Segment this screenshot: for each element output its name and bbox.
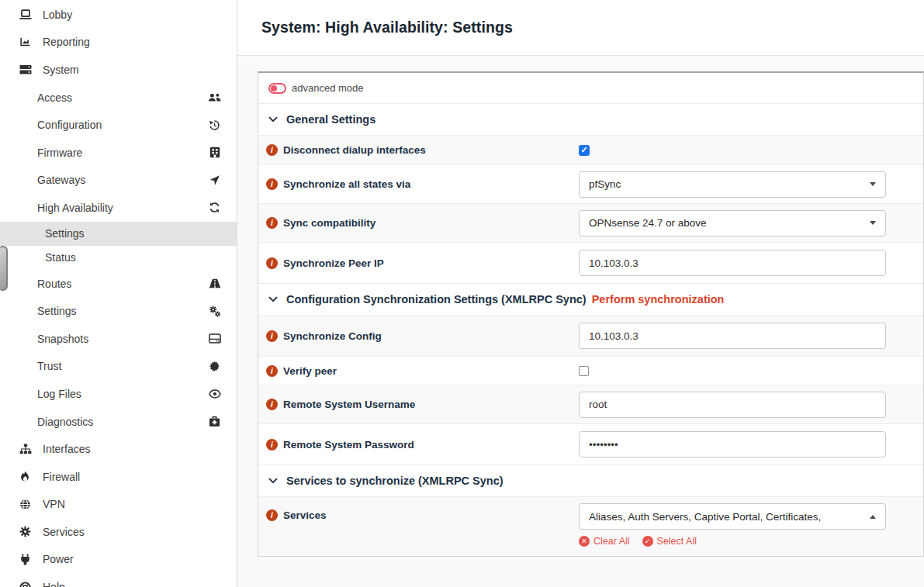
- field-row-disconnect-dialup: i Disconnect dialup interfaces ✓: [258, 136, 923, 165]
- location-arrow-icon: [208, 174, 221, 186]
- page-title: System: High Availability: Settings: [261, 19, 513, 36]
- info-icon[interactable]: i: [266, 330, 278, 342]
- info-icon[interactable]: i: [266, 144, 278, 156]
- info-icon[interactable]: i: [266, 178, 278, 190]
- sidebar-item-label: Interfaces: [43, 443, 90, 455]
- sidebar-item-firewall[interactable]: Firewall: [0, 463, 237, 491]
- sidebar-item-label: Lobby: [43, 9, 72, 21]
- info-icon[interactable]: i: [266, 439, 278, 451]
- cogs-icon: [208, 306, 221, 317]
- info-icon[interactable]: i: [266, 509, 278, 521]
- cog-icon: [19, 526, 32, 537]
- info-icon[interactable]: i: [266, 365, 278, 377]
- sidebar-item-label: Firewall: [43, 471, 80, 483]
- select-all-label: Select All: [657, 536, 697, 547]
- sidebar-item-routes[interactable]: Routes: [0, 270, 237, 298]
- sync-states-select[interactable]: pfSync: [579, 171, 886, 198]
- sidebar-item-system[interactable]: System: [0, 56, 237, 84]
- disconnect-dialup-checkbox[interactable]: ✓: [579, 145, 590, 156]
- sidebar-item-label: Routes: [37, 278, 208, 290]
- remote-username-input[interactable]: [579, 392, 886, 418]
- plug-icon: [19, 554, 32, 565]
- sidebar-item-gateways[interactable]: Gateways: [0, 167, 237, 195]
- sidebar-item-configuration[interactable]: Configuration: [0, 111, 237, 139]
- refresh-icon: [208, 202, 221, 213]
- caret-up-icon: [870, 515, 876, 519]
- users-icon: [208, 92, 221, 102]
- sidebar-item-trust[interactable]: Trust: [0, 353, 237, 381]
- sync-config-input[interactable]: [579, 323, 886, 349]
- page-header: System: High Availability: Settings: [237, 0, 924, 56]
- sidebar-item-snapshots[interactable]: Snapshots: [0, 325, 237, 353]
- section-config-sync[interactable]: Configuration Synchronization Settings (…: [258, 284, 923, 316]
- sidebar-item-label: Services: [43, 526, 85, 538]
- sidebar-item-label: Help: [43, 581, 65, 587]
- globe-icon: [19, 499, 32, 510]
- circle-check-icon: ✓: [642, 536, 653, 547]
- peer-ip-input[interactable]: [579, 250, 886, 276]
- field-label: Remote System Username: [283, 399, 415, 410]
- field-label: Remote System Password: [283, 439, 414, 451]
- fire-icon: [19, 471, 32, 482]
- field-row-sync-config: i Synchronize Config: [258, 316, 923, 357]
- hdd-icon: [208, 333, 221, 344]
- field-row-remote-password: i Remote System Password: [258, 424, 923, 465]
- sidebar-item-ha-status[interactable]: Status: [0, 246, 237, 270]
- eye-icon: [208, 389, 221, 399]
- section-general-settings[interactable]: General Settings: [258, 104, 923, 136]
- content: advanced mode General Settings i Disconn…: [237, 56, 924, 587]
- select-value: pfSync: [589, 178, 870, 190]
- sidebar-item-power[interactable]: Power: [0, 546, 237, 574]
- sync-compat-select[interactable]: OPNsense 24.7 or above: [579, 210, 886, 237]
- sidebar-item-ha-settings[interactable]: Settings: [0, 222, 237, 246]
- info-icon[interactable]: i: [266, 217, 278, 229]
- select-all-link[interactable]: ✓ Select All: [642, 536, 697, 547]
- chart-area-icon: [19, 36, 32, 47]
- chevron-down-icon: [268, 478, 278, 484]
- sidebar-item-label: Power: [43, 553, 74, 565]
- sidebar-item-high-availability[interactable]: High Availability: [0, 194, 237, 222]
- field-row-peer-ip: i Synchronize Peer IP: [258, 243, 923, 284]
- sidebar-item-access[interactable]: Access: [0, 84, 237, 112]
- opnsense-app: Lobby Reporting System Access Configurat…: [0, 0, 924, 587]
- field-label: Sync compatibility: [283, 217, 375, 229]
- sidebar-item-diagnostics[interactable]: Diagnostics: [0, 408, 237, 436]
- info-icon[interactable]: i: [266, 399, 278, 410]
- select-value: Aliases, Auth Servers, Captive Portal, C…: [589, 511, 870, 523]
- field-row-sync-states: i Synchronize all states via pfSync: [258, 165, 923, 204]
- services-select[interactable]: Aliases, Auth Servers, Captive Portal, C…: [579, 503, 886, 530]
- advanced-mode-toggle[interactable]: [268, 83, 286, 94]
- advanced-mode-row: advanced mode: [258, 73, 923, 104]
- sidebar-item-log-files[interactable]: Log Files: [0, 380, 237, 408]
- sidebar-item-label: Settings: [45, 227, 85, 240]
- sidebar-item-firmware[interactable]: Firmware: [0, 139, 237, 167]
- caret-down-icon: [870, 182, 876, 186]
- clear-all-label: Clear All: [594, 536, 630, 547]
- field-label: Services: [283, 509, 327, 521]
- drawer-handle[interactable]: [0, 246, 8, 291]
- sidebar-item-interfaces[interactable]: Interfaces: [0, 435, 237, 463]
- section-services-sync[interactable]: Services to synchronize (XMLRPC Sync): [258, 465, 923, 497]
- verify-peer-checkbox[interactable]: [579, 366, 589, 376]
- sidebar-item-services[interactable]: Services: [0, 518, 237, 546]
- sidebar-item-settings[interactable]: Settings: [0, 297, 237, 325]
- perform-synchronization-link[interactable]: Perform synchronization: [592, 293, 725, 306]
- field-label: Disconnect dialup interfaces: [283, 144, 426, 156]
- sidebar-item-vpn[interactable]: VPN: [0, 491, 237, 519]
- sidebar-item-label: Configuration: [37, 119, 208, 131]
- road-icon: [208, 278, 221, 288]
- field-row-verify-peer: i Verify peer: [258, 357, 923, 385]
- certificate-icon: [208, 361, 221, 372]
- clear-all-link[interactable]: ✕ Clear All: [579, 536, 630, 547]
- info-icon[interactable]: i: [266, 257, 278, 269]
- sidebar-item-label: VPN: [43, 498, 65, 510]
- sidebar-item-lobby[interactable]: Lobby: [0, 1, 237, 29]
- select-value: OPNsense 24.7 or above: [589, 217, 870, 229]
- remote-password-input[interactable]: [579, 431, 886, 458]
- sidebar-item-reporting[interactable]: Reporting: [0, 29, 237, 57]
- sidebar-item-label: Access: [37, 92, 208, 104]
- sidebar-item-help[interactable]: Help: [0, 573, 237, 587]
- sidebar-item-label: Status: [45, 251, 76, 264]
- firmware-icon: [208, 147, 221, 158]
- sidebar-item-label: Gateways: [37, 174, 208, 186]
